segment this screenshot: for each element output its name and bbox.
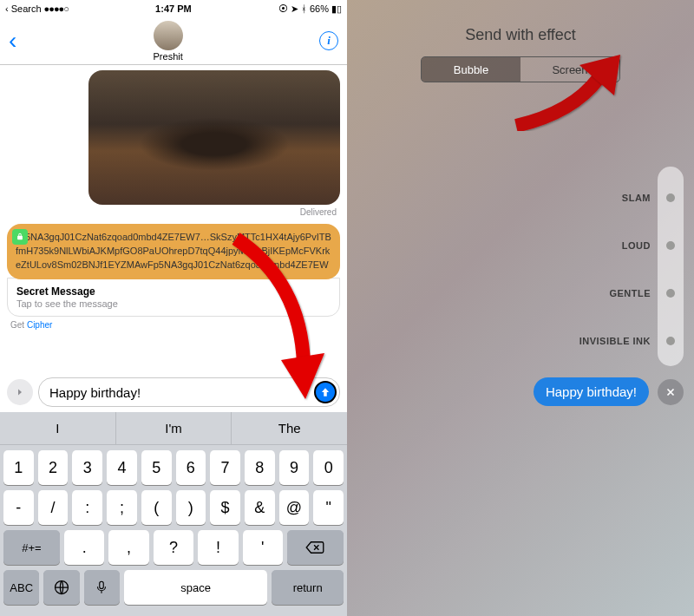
key[interactable]: & [245, 490, 275, 525]
lock-icon [12, 229, 28, 245]
key-row-2: - / : ; ( ) $ & @ " [0, 485, 347, 525]
effect-dot-icon [666, 289, 675, 298]
key[interactable]: : [72, 490, 102, 525]
suggestion[interactable]: I'm [116, 412, 232, 444]
key[interactable]: " [313, 490, 344, 525]
effect-tab-segmented-control: Bubble Screen [421, 56, 620, 82]
back-button[interactable]: ‹ [9, 27, 16, 55]
key[interactable]: ( [141, 490, 172, 525]
key[interactable]: ) [176, 490, 206, 525]
suggestion[interactable]: I [0, 412, 116, 444]
nav-bar: ‹ Preshit i [0, 17, 347, 65]
suggestion[interactable]: The [232, 412, 347, 444]
secret-title: Secret Message [16, 285, 331, 298]
effect-title: Send with effect [347, 26, 694, 44]
symbols-shift-key[interactable]: #+= [3, 530, 60, 565]
key[interactable]: . [64, 530, 104, 565]
effect-dot-icon [666, 193, 675, 202]
key[interactable]: $ [210, 490, 240, 525]
key[interactable]: 2 [38, 450, 69, 485]
key[interactable]: / [38, 490, 69, 525]
status-time: 1:47 PM [155, 3, 192, 14]
backspace-key[interactable] [287, 530, 344, 565]
bubble-effect-list: SLAM LOUD GENTLE INVISIBLE INK [510, 174, 684, 364]
message-input-text: Happy birthday! [49, 385, 314, 400]
key-row-4: ABC space return [0, 565, 347, 605]
key-row-3: #+= . , ? ! ' [0, 525, 347, 565]
key[interactable]: @ [279, 490, 310, 525]
key[interactable]: 0 [313, 450, 344, 485]
location-icon: ➤ [291, 3, 298, 15]
status-bar: ‹ Search ●●●●○ 1:47 PM ⦿ ➤ ᚼ 66% ▮▯ [0, 0, 347, 17]
key[interactable]: 3 [72, 450, 102, 485]
key-row-1: 1 2 3 4 5 6 7 8 9 0 [0, 445, 347, 485]
close-button[interactable] [658, 379, 684, 405]
key[interactable]: 7 [210, 450, 240, 485]
key[interactable]: ; [107, 490, 137, 525]
key[interactable]: 4 [107, 450, 137, 485]
apps-button[interactable] [7, 379, 33, 405]
key[interactable]: 8 [245, 450, 275, 485]
return-key[interactable]: return [272, 570, 344, 605]
signal-strength-icon: ●●●●○ [44, 3, 69, 14]
message-input[interactable]: Happy birthday! [38, 377, 340, 407]
send-button[interactable] [314, 381, 337, 403]
space-key[interactable]: space [124, 570, 267, 605]
effect-dot-icon [666, 241, 675, 250]
key[interactable]: 6 [176, 450, 206, 485]
secret-subtitle: Tap to see the message [16, 298, 331, 309]
key[interactable]: ! [198, 530, 238, 565]
key[interactable]: ? [154, 530, 193, 565]
compose-bar: Happy birthday! [0, 372, 347, 412]
key[interactable]: 5 [141, 450, 172, 485]
info-button[interactable]: i [319, 31, 338, 50]
key[interactable]: , [108, 530, 148, 565]
battery-percent: 66% [310, 3, 329, 14]
bluetooth-icon: ᚼ [301, 3, 307, 14]
delivered-status: Delivered [7, 207, 337, 217]
imessage-conversation-screen: ‹ Search ●●●●○ 1:47 PM ⦿ ➤ ᚼ 66% ▮▯ ‹ Pr… [0, 0, 347, 616]
dictation-key[interactable] [84, 570, 120, 605]
send-with-effect-screen: Send with effect Bubble Screen SLAM LOUD… [347, 0, 694, 616]
globe-key[interactable] [43, 570, 79, 605]
abc-key[interactable]: ABC [3, 570, 39, 605]
tab-bubble[interactable]: Bubble [422, 57, 520, 82]
back-to-search[interactable]: ‹ Search [5, 3, 42, 14]
svg-rect-1 [100, 581, 104, 588]
preview-message-bubble: Happy birthday! [534, 377, 649, 406]
sent-gif-message[interactable] [88, 70, 340, 205]
key[interactable]: 1 [3, 450, 34, 485]
alarm-icon: ⦿ [278, 3, 288, 14]
cipher-encrypted-message[interactable]: …5NA3gqJ01CzNat6zqoad0mbd4ZE7EW7…SkSzyMT… [7, 224, 340, 279]
battery-icon: ▮▯ [331, 3, 342, 15]
effect-dot-icon [666, 337, 675, 345]
suggestion-bar: I I'm The [0, 412, 347, 445]
key[interactable]: - [3, 490, 34, 525]
key[interactable]: ' [243, 530, 283, 565]
cipher-text: …5NA3gqJ01CzNat6zqoad0mbd4ZE7EW7…SkSzyMT… [16, 232, 331, 270]
secret-message-card[interactable]: Secret Message Tap to see the message [7, 278, 340, 317]
key[interactable]: 9 [279, 450, 310, 485]
contact-avatar [154, 21, 183, 50]
tab-screen[interactable]: Screen [520, 57, 619, 82]
message-thread[interactable]: Delivered …5NA3gqJ01CzNat6zqoad0mbd4ZE7E… [0, 65, 347, 412]
contact-name: Preshit [154, 51, 183, 62]
effect-preview-row: Happy birthday! [534, 377, 684, 406]
contact-header[interactable]: Preshit [154, 21, 183, 62]
get-app-link[interactable]: Get Cipher [10, 320, 340, 330]
keyboard: I I'm The 1 2 3 4 5 6 7 8 9 0 - / : ; ( … [0, 412, 347, 616]
